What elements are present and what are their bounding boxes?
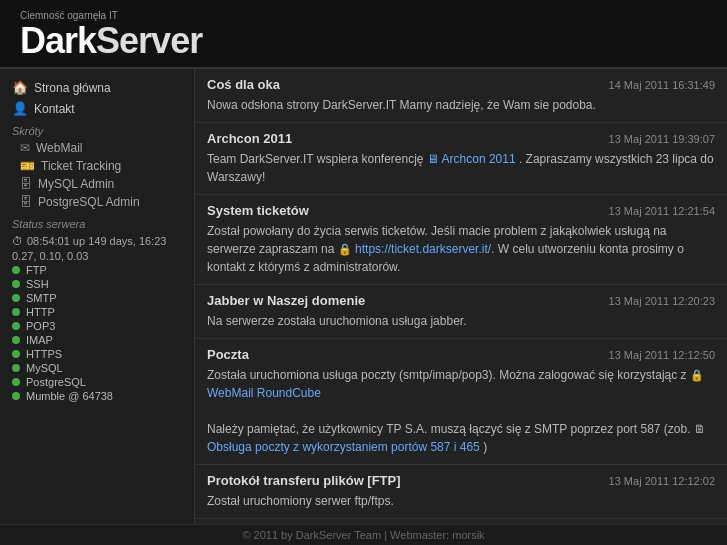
news-item-2: System ticketów 13 Maj 2011 12:21:54 Zos… [195,195,727,285]
pop3-status-dot [12,322,20,330]
smtp-ports-link[interactable]: Obsługa poczty z wykorzystaniem portów 5… [207,440,480,454]
news-header-4: Poczta 13 Maj 2011 12:12:50 [207,347,715,362]
news-body-2: Został powołany do życia serwis ticketów… [207,222,715,276]
mysql-icon: 🗄 [20,177,32,191]
logo-text: DarkServer [20,23,202,59]
sidebar-kontakt-label: Kontakt [34,102,75,116]
content-area[interactable]: Coś dla oka 14 Maj 2011 16:31:49 Nowa od… [195,69,727,545]
home-icon: 🏠 [12,80,28,95]
news-date-2: 13 Maj 2011 12:21:54 [609,205,715,217]
doc-icon: 🗎 [694,422,706,436]
news-item-1: Archcon 2011 13 Maj 2011 19:39:07 Team D… [195,123,727,195]
service-ssh: SSH [0,277,194,291]
ssh-status-dot [12,280,20,288]
server-time-value: 08:54:01 up 149 days, 16:23 [27,235,166,247]
news-header-5: Protokół transferu plików [FTP] 13 Maj 2… [207,473,715,488]
https-status-dot [12,350,20,358]
sidebar-item-home[interactable]: 🏠 Strona główna [0,77,194,98]
status-section: Status serwera [0,211,194,233]
news-item-5: Protokół transferu plików [FTP] 13 Maj 2… [195,465,727,519]
news-body-4: Została uruchomiona usługa poczty (smtp/… [207,366,715,456]
service-mysql: MySQL [0,361,194,375]
news-date-1: 13 Maj 2011 19:39:07 [609,133,715,145]
service-mumble: Mumble @ 64738 [0,389,194,403]
http-status-dot [12,308,20,316]
news-item-4: Poczta 13 Maj 2011 12:12:50 Została uruc… [195,339,727,465]
ssh-label: SSH [26,278,49,290]
mysql-service-label: MySQL [26,362,63,374]
service-https: HTTPS [0,347,194,361]
pg-status-dot [12,378,20,386]
https-label: HTTPS [26,348,62,360]
news-title-0: Coś dla oka [207,77,280,92]
news-date-4: 13 Maj 2011 12:12:50 [609,349,715,361]
footer-text: © 2011 by DarkServer Team | Webmaster: m… [242,529,484,541]
service-postgresql: PostgreSQL [0,375,194,389]
service-smtp: SMTP [0,291,194,305]
news-body-1: Team DarkServer.IT wspiera konferencję 🖥… [207,150,715,186]
news-title-3: Jabber w Naszej domenie [207,293,365,308]
smtp-label: SMTP [26,292,57,304]
news-date-5: 13 Maj 2011 12:12:02 [609,475,715,487]
news-item-0: Coś dla oka 14 Maj 2011 16:31:49 Nowa od… [195,69,727,123]
smtp-status-dot [12,294,20,302]
sidebar-item-postgresql[interactable]: 🗄 PostgreSQL Admin [0,193,194,211]
load-avg: 0.27, 0.10, 0.03 [0,249,194,263]
contact-icon: 👤 [12,101,28,116]
pg-service-label: PostgreSQL [26,376,86,388]
footer: © 2011 by DarkServer Team | Webmaster: m… [0,524,727,545]
service-http: HTTP [0,305,194,319]
news-body-3: Na serwerze została uruchomiona usługa j… [207,312,715,330]
news-title-4: Poczta [207,347,249,362]
news-title-2: System ticketów [207,203,309,218]
clock-icon: ⏱ [12,235,23,247]
mysql-status-dot [12,364,20,372]
news-header-1: Archcon 2011 13 Maj 2011 19:39:07 [207,131,715,146]
lock-icon-ticket: 🔒 [338,243,352,255]
sidebar-item-mysql[interactable]: 🗄 MySQL Admin [0,175,194,193]
imap-label: IMAP [26,334,53,346]
news-header-0: Coś dla oka 14 Maj 2011 16:31:49 [207,77,715,92]
ticket-link[interactable]: https://ticket.darkserver.it/ [355,242,491,256]
logo-area: Ciemność ogarnęła IT DarkServer [20,10,202,59]
header: Ciemność ogarnęła IT DarkServer [0,0,727,69]
services-list: FTP SSH SMTP HTTP POP3 IMAP HTTPS MySQL … [0,263,194,403]
news-item-3: Jabber w Naszej domenie 13 Maj 2011 12:2… [195,285,727,339]
news-title-1: Archcon 2011 [207,131,292,146]
webmail-roundcube-link[interactable]: WebMail RoundCube [207,386,321,400]
shortcuts-label: Skróty [0,119,194,139]
mumble-status-dot [12,392,20,400]
archcon-link[interactable]: 🖥 Archcon 2011 [427,152,516,166]
sidebar: 🏠 Strona główna 👤 Kontakt Skróty ✉ WebMa… [0,69,195,545]
http-label: HTTP [26,306,55,318]
status-label: Status serwera [12,218,85,230]
mysql-label: MySQL Admin [38,177,114,191]
server-time: ⏱ 08:54:01 up 149 days, 16:23 [0,233,194,249]
news-date-0: 14 Maj 2011 16:31:49 [609,79,715,91]
ticket-icon: 🎫 [20,159,35,173]
webmail-icon: ✉ [20,141,30,155]
news-header-2: System ticketów 13 Maj 2011 12:21:54 [207,203,715,218]
service-imap: IMAP [0,333,194,347]
postgresql-icon: 🗄 [20,195,32,209]
ftp-label: FTP [26,264,47,276]
sidebar-item-kontakt[interactable]: 👤 Kontakt [0,98,194,119]
logo-server: Server [96,20,202,61]
news-title-5: Protokół transferu plików [FTP] [207,473,401,488]
news-body-0: Nowa odsłona strony DarkServer.IT Mamy n… [207,96,715,114]
news-date-3: 13 Maj 2011 12:20:23 [609,295,715,307]
ftp-status-dot [12,266,20,274]
sidebar-home-label: Strona główna [34,81,111,95]
webmail-label: WebMail [36,141,82,155]
sidebar-item-webmail[interactable]: ✉ WebMail [0,139,194,157]
main-layout: 🏠 Strona główna 👤 Kontakt Skróty ✉ WebMa… [0,69,727,545]
ticket-label: Ticket Tracking [41,159,121,173]
mumble-label: Mumble @ 64738 [26,390,113,402]
service-ftp: FTP [0,263,194,277]
news-header-3: Jabber w Naszej domenie 13 Maj 2011 12:2… [207,293,715,308]
sidebar-item-ticket-tracking[interactable]: 🎫 Ticket Tracking [0,157,194,175]
lock-icon-webmail: 🔒 [690,369,704,381]
pop3-label: POP3 [26,320,55,332]
news-body-5: Został uruchomiony serwer ftp/ftps. [207,492,715,510]
postgresql-label: PostgreSQL Admin [38,195,140,209]
